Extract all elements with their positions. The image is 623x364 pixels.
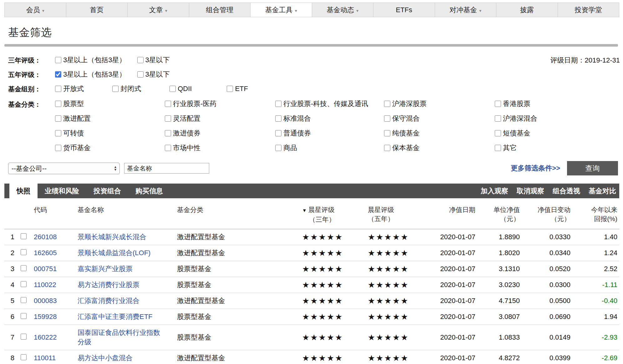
fund-code-link[interactable]: 260108	[34, 233, 57, 241]
checkbox-普通债券[interactable]: 普通债券	[275, 128, 384, 138]
fund-name-link[interactable]: 嘉实新兴产业股票	[78, 265, 133, 273]
checkbox-input[interactable]	[55, 71, 61, 78]
checkbox-开放式[interactable]: 开放式	[55, 84, 110, 94]
checkbox-input[interactable]	[165, 145, 171, 151]
checkbox-激进债券[interactable]: 激进债券	[165, 128, 275, 138]
action-加入观察[interactable]: 加入观察	[481, 186, 508, 196]
checkbox-3星以上（包括3星）[interactable]: 3星以上（包括3星）	[55, 55, 126, 65]
table-tab-购买信息[interactable]: 购买信息	[128, 184, 170, 198]
col-header-date[interactable]: 净值日期	[431, 198, 477, 229]
checkbox-行业股票-医药[interactable]: 行业股票-医药	[165, 99, 275, 109]
more-filters-link[interactable]: 更多筛选条件>>	[511, 164, 560, 173]
fund-name-input[interactable]	[124, 163, 209, 174]
row-checkbox[interactable]	[21, 354, 27, 360]
action-基金对比[interactable]: 基金对比	[589, 186, 616, 196]
checkbox-input[interactable]	[275, 130, 281, 136]
sort-desc-icon[interactable]: ▼	[302, 208, 307, 213]
fund-code-link[interactable]: 162605	[34, 249, 57, 257]
col-header-return[interactable]: 今年以来 回报(%)	[572, 198, 619, 229]
nav-tab-基金动态[interactable]: 基金动态 ▾	[312, 3, 373, 17]
checkbox-3星以上（包括3星）[interactable]: 3星以上（包括3星）	[55, 70, 126, 79]
checkbox-input[interactable]	[55, 57, 61, 63]
nav-tab-ETFs[interactable]: ETFs	[373, 3, 435, 17]
table-tab-投资组合[interactable]: 投资组合	[86, 184, 128, 198]
fund-name-link[interactable]: 汇添富中证主要消费ETF	[78, 313, 153, 321]
checkbox-input[interactable]	[275, 145, 281, 151]
checkbox-input[interactable]	[55, 145, 61, 151]
fund-company-select[interactable]: --基金公司--	[8, 163, 120, 174]
row-checkbox[interactable]	[21, 313, 27, 319]
fund-name-link[interactable]: 易方达中小盘混合	[78, 354, 133, 362]
row-checkbox[interactable]	[21, 281, 27, 287]
checkbox-input[interactable]	[165, 130, 171, 136]
checkbox-input[interactable]	[112, 86, 119, 92]
checkbox-标准混合[interactable]: 标准混合	[275, 113, 384, 124]
checkbox-input[interactable]	[165, 101, 171, 107]
checkbox-行业股票-科技、传媒及通讯[interactable]: 行业股票-科技、传媒及通讯	[275, 99, 384, 109]
checkbox-input[interactable]	[384, 115, 390, 122]
row-checkbox[interactable]	[21, 334, 27, 340]
row-checkbox[interactable]	[21, 297, 27, 303]
checkbox-input[interactable]	[55, 86, 61, 92]
fund-code-link[interactable]: 160222	[34, 333, 57, 341]
checkbox-3星以下[interactable]: 3星以下	[137, 70, 170, 79]
row-checkbox[interactable]	[21, 265, 27, 271]
nav-tab-基金工具[interactable]: 基金工具 ▾	[250, 3, 312, 17]
nav-tab-会员[interactable]: 会员 ▾	[5, 3, 66, 17]
checkbox-ETF[interactable]: ETF	[227, 85, 282, 93]
checkbox-其它[interactable]: 其它	[495, 143, 623, 153]
row-checkbox[interactable]	[21, 249, 27, 255]
action-取消观察[interactable]: 取消观察	[517, 186, 544, 196]
checkbox-沪港深股票[interactable]: 沪港深股票	[384, 99, 495, 109]
col-header-nav[interactable]: 单位净值 （元）	[477, 198, 522, 229]
table-tab-业绩和风险[interactable]: 业绩和风险	[38, 184, 86, 198]
nav-tab-投资学堂[interactable]: 投资学堂	[558, 3, 619, 17]
nav-tab-首页[interactable]: 首页	[66, 3, 128, 17]
checkbox-input[interactable]	[227, 86, 233, 92]
checkbox-input[interactable]	[137, 71, 144, 78]
checkbox-可转债[interactable]: 可转债	[55, 128, 165, 138]
checkbox-input[interactable]	[137, 57, 144, 63]
checkbox-保守混合[interactable]: 保守混合	[384, 113, 495, 124]
checkbox-input[interactable]	[495, 115, 501, 122]
row-checkbox[interactable]	[21, 233, 27, 239]
checkbox-封闭式[interactable]: 封闭式	[112, 84, 168, 94]
fund-code-link[interactable]: 000751	[34, 265, 57, 273]
col-header-change[interactable]: 净值日变动 （元）	[522, 198, 572, 229]
nav-tab-文章[interactable]: 文章 ▾	[127, 3, 189, 17]
table-tab-快照[interactable]: 快照	[9, 184, 38, 198]
nav-tab-对冲基金[interactable]: 对冲基金 ▾	[435, 3, 496, 17]
checkbox-QDII[interactable]: QDII	[170, 85, 225, 93]
nav-tab-披露[interactable]: 披露	[496, 3, 558, 17]
checkbox-纯债基金[interactable]: 纯债基金	[384, 128, 495, 138]
checkbox-保本基金[interactable]: 保本基金	[384, 143, 495, 153]
fund-code-link[interactable]: 110022	[34, 281, 56, 289]
checkbox-input[interactable]	[55, 130, 61, 136]
checkbox-input[interactable]	[495, 130, 501, 136]
nav-tab-组合管理[interactable]: 组合管理	[189, 3, 251, 17]
checkbox-激进配置[interactable]: 激进配置	[55, 113, 165, 124]
checkbox-股票型[interactable]: 股票型	[55, 99, 165, 109]
search-button[interactable]: 查询	[567, 161, 618, 175]
checkbox-input[interactable]	[275, 101, 281, 107]
fund-name-link[interactable]: 景顺长城鼎益混合(LOF)	[78, 249, 150, 257]
checkbox-货币基金[interactable]: 货币基金	[55, 143, 165, 153]
checkbox-input[interactable]	[275, 115, 281, 122]
fund-name-link[interactable]: 国泰国证食品饮料行业指数分级	[78, 329, 160, 346]
checkbox-input[interactable]	[495, 101, 501, 107]
checkbox-input[interactable]	[384, 145, 390, 151]
checkbox-input[interactable]	[55, 115, 61, 122]
col-header-rating5[interactable]: 晨星评级 （五年）	[365, 198, 431, 229]
checkbox-商品[interactable]: 商品	[275, 143, 384, 153]
checkbox-input[interactable]	[384, 130, 390, 136]
checkbox-3星以下[interactable]: 3星以下	[137, 55, 170, 65]
checkbox-input[interactable]	[165, 115, 171, 122]
fund-name-link[interactable]: 景顺长城新兴成长混合	[78, 233, 146, 241]
fund-code-link[interactable]: 110011	[34, 354, 56, 362]
fund-code-link[interactable]: 000083	[34, 297, 57, 305]
col-header-rating3[interactable]: ▼晨星评级 （三年）	[300, 198, 365, 229]
checkbox-沪港深混合[interactable]: 沪港深混合	[495, 113, 623, 124]
checkbox-input[interactable]	[384, 101, 390, 107]
action-组合透视[interactable]: 组合透视	[553, 186, 580, 196]
checkbox-市场中性[interactable]: 市场中性	[165, 143, 275, 153]
